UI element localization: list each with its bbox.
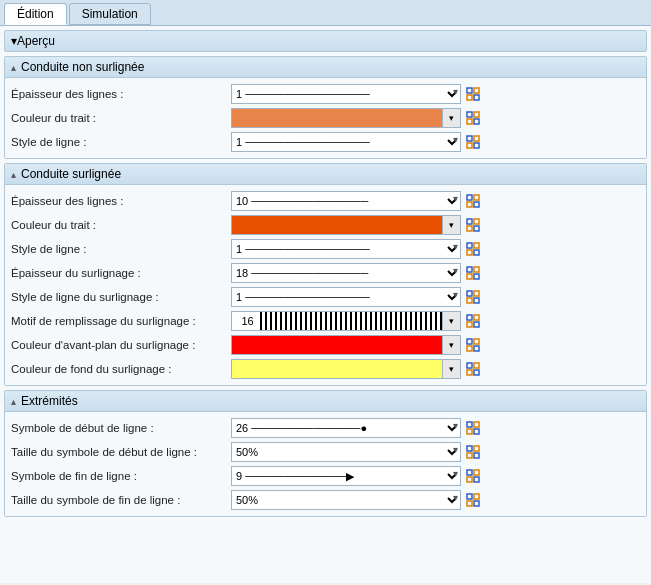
svg-rect-10 [467,143,472,148]
svg-rect-32 [467,315,472,320]
select-wrapper-epaisseur-surlignee: 10 ─────────────── [231,191,461,211]
expand-svg-motif [466,314,480,328]
svg-rect-41 [474,363,479,368]
expand-svg-td [466,445,480,459]
expand-symbole-debut-icon[interactable] [465,420,481,436]
svg-rect-50 [467,453,472,458]
color-dropper-normal[interactable]: ▾ [442,109,460,127]
expand-epaisseur-surlignee-icon[interactable] [465,193,481,209]
svg-rect-49 [474,446,479,451]
control-taille-fin: 50% [231,490,640,510]
expand-taille-fin-icon[interactable] [465,492,481,508]
svg-rect-9 [474,136,479,141]
color-swatch-avantplan [232,336,442,354]
control-symbole-fin: 9 ─────────────▶ [231,466,640,486]
control-avantplan-surlignage: ▾ [231,335,640,355]
svg-rect-28 [467,291,472,296]
color-dropper-avantplan[interactable]: ▾ [442,336,460,354]
section-conduite-normal-header[interactable]: ▴ Conduite non surlignée [5,57,646,78]
expand-epaisseur-normal-icon[interactable] [465,86,481,102]
section-conduite-surlignee-header[interactable]: ▴ Conduite surlignée [5,164,646,185]
select-wrapper-taille-debut: 50% [231,442,461,462]
section-extremites-title: Extrémités [21,394,78,408]
expand-style-surlignage-icon[interactable] [465,289,481,305]
expand-taille-debut-icon[interactable] [465,444,481,460]
section-conduite-normal: ▴ Conduite non surlignée Épaisseur des l… [4,56,647,159]
select-style-normal[interactable]: 1 ──────────────── [231,132,461,152]
svg-rect-19 [474,226,479,231]
control-epaisseur-surlignee: 10 ─────────────── [231,191,640,211]
expand-style-surlignee-icon[interactable] [465,241,481,257]
label-symbole-fin: Symbole de fin de ligne : [11,470,231,482]
svg-rect-0 [467,88,472,93]
expand-symbole-fin-icon[interactable] [465,468,481,484]
color-swatch-wrapper-fond[interactable]: ▾ [231,359,461,379]
select-wrapper-style-normal: 1 ──────────────── [231,132,461,152]
select-style-surlignage[interactable]: 1 ──────────────── [231,287,461,307]
label-epaisseur-surlignee: Épaisseur des lignes : [11,195,231,207]
section-apercu[interactable]: ▾ Aperçu [4,30,647,52]
svg-rect-57 [474,494,479,499]
expand-style-normal-icon[interactable] [465,134,481,150]
color-swatch-wrapper-avantplan[interactable]: ▾ [231,335,461,355]
control-style-normal: 1 ──────────────── [231,132,640,152]
svg-rect-56 [467,494,472,499]
tab-edition[interactable]: Édition [4,3,67,25]
expand-couleur-normal-icon[interactable] [465,110,481,126]
svg-rect-55 [474,477,479,482]
row-symbole-fin: Symbole de fin de ligne : 9 ────────────… [11,464,640,488]
label-style-surlignage: Style de ligne du surlignage : [11,291,231,303]
chevron-surlignee-icon: ▴ [11,169,16,180]
section-apercu-title: Aperçu [17,34,55,48]
select-symbole-debut[interactable]: 26 ──────────────● [231,418,461,438]
label-fond-surlignage: Couleur de fond du surlignage : [11,363,231,375]
select-wrapper-symbole-debut: 26 ──────────────● [231,418,461,438]
color-swatch-wrapper-surlignee[interactable]: ▾ [231,215,461,235]
row-couleur-surlignee: Couleur du trait : ▾ [11,213,640,237]
svg-rect-3 [474,95,479,100]
motif-dropper[interactable]: ▾ [442,312,460,330]
svg-rect-38 [467,346,472,351]
svg-rect-16 [467,219,472,224]
expand-avantplan-surlignage-icon[interactable] [465,337,481,353]
color-swatch-surlignee [232,216,442,234]
select-wrapper-taille-fin: 50% [231,490,461,510]
select-wrapper-symbole-fin: 9 ─────────────▶ [231,466,461,486]
svg-rect-36 [467,339,472,344]
select-style-surlignee[interactable]: 1 ──────────────── [231,239,461,259]
section-conduite-surlignee: ▴ Conduite surlignée Épaisseur des ligne… [4,163,647,386]
control-epaisseur-surlignage: 18 ─────────────── [231,263,640,283]
tab-simulation[interactable]: Simulation [69,3,151,25]
select-symbole-fin[interactable]: 9 ─────────────▶ [231,466,461,486]
svg-rect-14 [467,202,472,207]
label-style-normal: Style de ligne : [11,136,231,148]
section-extremites-header[interactable]: ▴ Extrémités [5,391,646,412]
svg-rect-51 [474,453,479,458]
svg-rect-15 [474,202,479,207]
svg-rect-40 [467,363,472,368]
pattern-swatch-wrapper[interactable]: 16 ▾ [231,311,461,331]
label-motif-surlignage: Motif de remplissage du surlignage : [11,315,231,327]
color-dropper-fond[interactable]: ▾ [442,360,460,378]
select-epaisseur-normal[interactable]: 1 ──────────────── [231,84,461,104]
expand-motif-surlignage-icon[interactable] [465,313,481,329]
svg-rect-1 [474,88,479,93]
control-style-surlignage: 1 ──────────────── [231,287,640,307]
label-style-surlignee: Style de ligne : [11,243,231,255]
select-epaisseur-surlignee[interactable]: 10 ─────────────── [231,191,461,211]
select-taille-debut[interactable]: 50% [231,442,461,462]
svg-rect-12 [467,195,472,200]
row-taille-fin: Taille du symbole de fin de ligne : 50% [11,488,640,512]
color-swatch-wrapper-normal[interactable]: ▾ [231,108,461,128]
svg-rect-26 [467,274,472,279]
row-taille-debut: Taille du symbole de début de ligne : 50… [11,440,640,464]
select-taille-fin[interactable]: 50% [231,490,461,510]
select-epaisseur-surlignage[interactable]: 18 ─────────────── [231,263,461,283]
control-style-surlignee: 1 ──────────────── [231,239,640,259]
expand-fond-surlignage-icon[interactable] [465,361,481,377]
control-fond-surlignage: ▾ [231,359,640,379]
expand-epaisseur-surlignage-icon[interactable] [465,265,481,281]
expand-couleur-surlignee-icon[interactable] [465,217,481,233]
color-dropper-surlignee[interactable]: ▾ [442,216,460,234]
svg-rect-42 [467,370,472,375]
